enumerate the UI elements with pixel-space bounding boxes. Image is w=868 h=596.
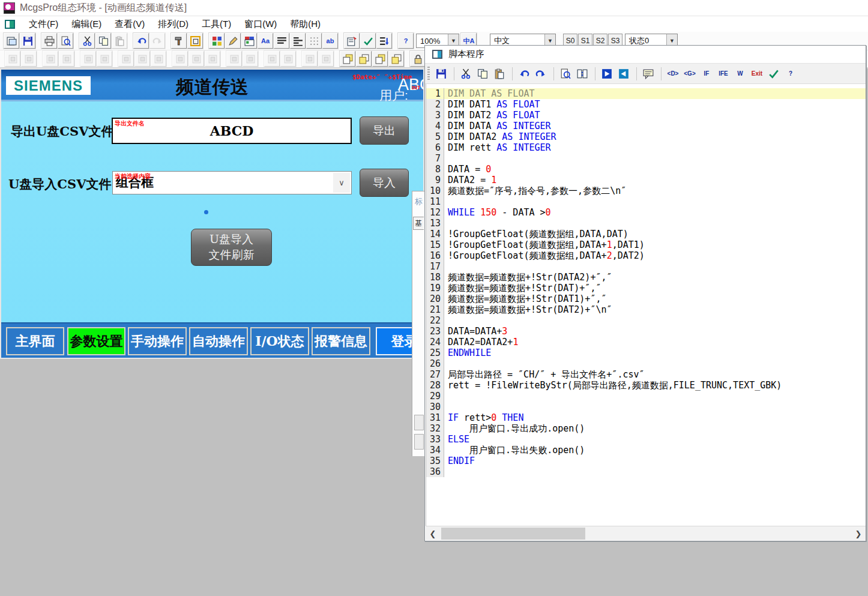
properties-icon[interactable] xyxy=(344,33,360,49)
menu-item[interactable]: 文件(F) xyxy=(22,17,65,31)
code-line[interactable]: 11 xyxy=(426,196,866,207)
equal-width-icon[interactable] xyxy=(151,51,166,67)
code-line[interactable]: 32 用户窗口.导出成功.open() xyxy=(426,423,866,434)
code-line[interactable]: 14!GroupGetFloat(频道数据组,DATA,DAT) xyxy=(426,229,866,239)
code-line[interactable]: 33ELSE xyxy=(426,434,866,445)
code-line[interactable]: 1DIM DAT AS FLOAT xyxy=(426,88,866,99)
undo-icon[interactable] xyxy=(133,33,149,49)
code-line[interactable]: 16!GroupGetFloat(频道数据组,DATA+2,DAT2) xyxy=(426,250,866,261)
import-button[interactable]: 导入 xyxy=(360,169,409,197)
overlap-h-icon[interactable] xyxy=(59,51,74,67)
code-line[interactable]: 29 xyxy=(426,391,866,402)
align-center-h-icon[interactable] xyxy=(172,51,188,67)
cut-icon[interactable] xyxy=(79,33,95,49)
code-line[interactable]: 2DIM DAT1 AS FLOAT xyxy=(426,99,866,110)
code-line[interactable]: 21频道数据=频道数据+!Str(DAT2)+″\n″ xyxy=(426,304,866,315)
nav-button-5[interactable]: I/O状态 xyxy=(250,327,309,355)
code-line[interactable]: 15!GroupGetFloat(频道数据组,DATA+1,DAT1) xyxy=(426,239,866,250)
new-display-icon[interactable] xyxy=(4,33,19,49)
dialog-button-fragment[interactable] xyxy=(414,434,424,450)
menu-item[interactable]: 编辑(E) xyxy=(65,17,108,31)
child-window-icon[interactable] xyxy=(5,20,15,29)
undo-icon[interactable] xyxy=(516,66,532,82)
syntax-check-icon[interactable] xyxy=(574,66,590,82)
send-to-back-icon[interactable] xyxy=(356,51,372,67)
paste-icon[interactable] xyxy=(492,66,507,82)
code-line[interactable]: 35ENDIF xyxy=(426,456,866,466)
check-icon[interactable] xyxy=(360,33,376,49)
code-line[interactable]: 4DIM DATA AS INTEGER xyxy=(426,121,866,131)
dialog-button-fragment[interactable] xyxy=(414,415,424,430)
code-line[interactable]: 22 xyxy=(426,315,866,326)
scroll-right-icon[interactable]: ❯ xyxy=(851,526,866,541)
save-icon[interactable] xyxy=(433,66,449,82)
center-height-icon[interactable] xyxy=(80,51,96,67)
equal-size-icon[interactable] xyxy=(118,51,134,67)
insert-right-icon[interactable] xyxy=(599,66,615,82)
code-line[interactable]: 7 xyxy=(426,153,866,164)
code-line[interactable]: 12WHILE 150 - DATA >0 xyxy=(426,207,866,218)
lock-icon[interactable] xyxy=(410,51,426,67)
save-icon[interactable] xyxy=(20,33,35,49)
export-filename-input[interactable]: 导出文件名 ABCD xyxy=(112,118,352,144)
code-line[interactable]: 27局部导出路径 = ″CH/″ + 导出文件名+″.csv″ xyxy=(426,369,866,380)
code-line[interactable]: 5DIM DATA2 AS INTEGER xyxy=(426,131,866,142)
ungroup-icon[interactable] xyxy=(318,51,334,67)
font-icon[interactable]: Aa xyxy=(258,33,273,49)
copy-icon[interactable] xyxy=(95,33,111,49)
code-line[interactable]: 20频道数据=频道数据+!Str(DAT1)+″,″ xyxy=(426,293,866,304)
script-window-titlebar[interactable]: 脚本程序 xyxy=(425,46,866,64)
scrollbar-thumb[interactable] xyxy=(441,528,585,540)
equal-height-icon[interactable] xyxy=(134,51,150,67)
code-line[interactable]: 31IF rett>0 THEN xyxy=(426,412,866,423)
function-icon[interactable]: <G> xyxy=(682,66,698,82)
data-object-icon[interactable]: <D> xyxy=(665,66,681,82)
menu-item[interactable]: 排列(D) xyxy=(151,17,195,31)
code-line[interactable]: 23DATA=DATA+3 xyxy=(426,326,866,337)
horizontal-scrollbar[interactable]: ❮ ❯ xyxy=(426,526,866,540)
chevron-down-icon[interactable]: ∨ xyxy=(333,173,350,193)
snap-right-icon[interactable] xyxy=(21,51,37,67)
overlap-v-icon[interactable] xyxy=(43,51,58,67)
workframe-icon[interactable] xyxy=(187,33,203,49)
if-else-block-icon[interactable]: IFE xyxy=(716,66,731,82)
menu-item[interactable]: 工具(T) xyxy=(195,17,238,31)
code-line[interactable]: 26 xyxy=(426,358,866,369)
redo-icon[interactable] xyxy=(149,33,165,49)
dialog-tab-fragment[interactable]: 基 xyxy=(413,217,424,230)
redo-icon[interactable] xyxy=(533,66,549,82)
center-width-icon[interactable] xyxy=(97,51,112,67)
code-line[interactable]: 30 xyxy=(426,402,866,412)
menu-item[interactable]: 帮助(H) xyxy=(283,17,327,31)
code-line[interactable]: 10频道数据=″序号,指令号,参数一,参数二\n″ xyxy=(426,185,866,196)
code-line[interactable]: 3DIM DAT2 AS FLOAT xyxy=(426,110,866,121)
code-line[interactable]: 25ENDWHILE xyxy=(426,348,866,358)
cut-icon[interactable] xyxy=(458,66,474,82)
code-line[interactable]: 13 xyxy=(426,218,866,229)
hline-icon[interactable] xyxy=(274,33,289,49)
flip-v-icon[interactable] xyxy=(280,51,296,67)
verify-icon[interactable] xyxy=(766,66,782,82)
rotate-right-icon[interactable] xyxy=(243,51,258,67)
while-block-icon[interactable]: W xyxy=(732,66,748,82)
send-backward-icon[interactable] xyxy=(388,51,404,67)
help-icon[interactable]: ? xyxy=(783,66,798,82)
device-window-icon[interactable] xyxy=(209,33,225,49)
toolbar-drag-handle[interactable] xyxy=(427,67,430,81)
code-line[interactable]: 17 xyxy=(426,261,866,272)
usb-refresh-button[interactable]: U盘导入 文件刷新 xyxy=(191,229,272,266)
dot-grid-icon[interactable] xyxy=(306,33,322,49)
print-preview-icon[interactable] xyxy=(58,33,73,49)
code-line[interactable]: 9DATA2 = 1 xyxy=(426,175,866,185)
code-line[interactable]: 6DIM rett AS INTEGER xyxy=(426,142,866,153)
align-center-v-icon[interactable] xyxy=(205,51,220,67)
scroll-left-icon[interactable]: ❮ xyxy=(426,526,440,541)
export-button[interactable]: 导出 xyxy=(360,116,409,145)
print-icon[interactable] xyxy=(41,33,57,49)
code-line[interactable]: 34 用户窗口.导出失败.open() xyxy=(426,445,866,456)
flip-h-icon[interactable] xyxy=(264,51,280,67)
copy-icon[interactable] xyxy=(475,66,490,82)
script-code-area[interactable]: 1DIM DAT AS FLOAT2DIM DAT1 AS FLOAT3DIM … xyxy=(426,84,866,526)
code-line[interactable]: 28rett = !FileWriteByStr(局部导出路径,频道数据,FIL… xyxy=(426,380,866,391)
nav-button-4[interactable]: 自动操作 xyxy=(189,327,248,355)
